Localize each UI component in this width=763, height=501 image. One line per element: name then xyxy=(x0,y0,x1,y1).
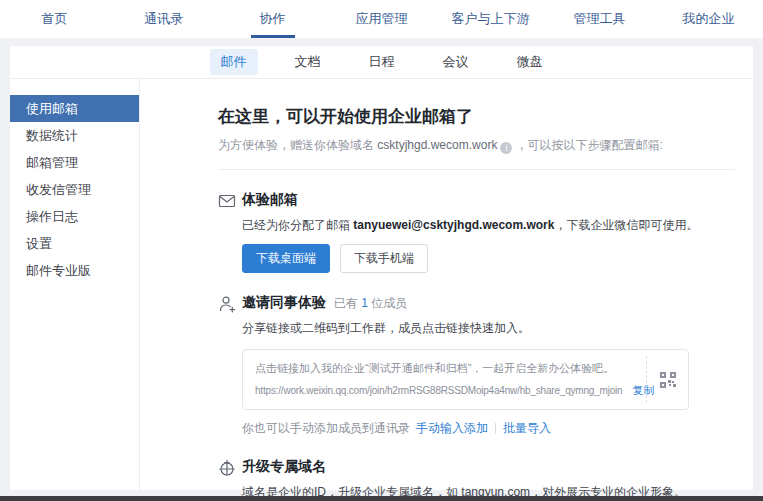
nav-item-tools[interactable]: 管理工具 xyxy=(545,0,654,38)
card-body: 使用邮箱 数据统计 邮箱管理 收发信管理 操作日志 设置 邮件专业版 在这里，可… xyxy=(10,79,753,490)
tab-meeting[interactable]: 会议 xyxy=(432,49,480,75)
tab-mail[interactable]: 邮件 xyxy=(210,49,258,75)
section-upgrade-domain: 升级专属域名 域名是企业的ID，升级企业专属域名，如 tangyun.com，对… xyxy=(218,458,735,501)
nav-item-home[interactable]: 首页 xyxy=(0,0,109,38)
download-mobile-button[interactable]: 下载手机端 xyxy=(340,244,428,273)
wecom-admin-page: 首页 通讯录 协作 应用管理 客户与上下游 管理工具 我的企业 邮件 文档 日程… xyxy=(0,0,763,501)
nav-item-contacts[interactable]: 通讯录 xyxy=(109,0,218,38)
manual-add-text: 你也可以手动添加成员到通讯录 xyxy=(242,420,410,437)
window-bottom-edge xyxy=(0,496,763,501)
share-link-text: 点击链接加入我的企业“测试开通邮件和归档”，一起开启全新办公体验吧。 https… xyxy=(243,350,646,409)
section-trial-mailbox: 体验邮箱 已经为你分配了邮箱 tanyuewei@csktyjhgd.wecom… xyxy=(218,191,735,273)
collaboration-tabs: 邮件 文档 日程 会议 微盘 xyxy=(10,46,753,79)
share-link-box: 点击链接加入我的企业“测试开通邮件和归档”，一起开启全新办公体验吧。 https… xyxy=(242,349,689,410)
sidebar-item-mailbox-management[interactable]: 邮箱管理 xyxy=(10,149,139,176)
trial-mailbox-desc: 已经为你分配了邮箱 tanyuewei@csktyjhgd.wecom.work… xyxy=(242,217,735,234)
page-subtitle: 为方便体验，赠送你体验域名 csktyjhgd.wecom.worki，可以按以… xyxy=(218,137,735,154)
member-count-note: 已有 1 位成员 xyxy=(334,295,407,312)
page-title: 在这里，可以开始使用企业邮箱了 xyxy=(218,105,735,128)
section-invite: 邀请同事体验 已有 1 位成员 分享链接或二维码到工作群，成员点击链接快速加入。… xyxy=(218,294,735,437)
content-card: 邮件 文档 日程 会议 微盘 使用邮箱 数据统计 邮箱管理 收发信管理 操作日志… xyxy=(10,46,753,490)
qr-code-icon[interactable] xyxy=(646,356,688,403)
envelope-icon xyxy=(218,191,242,273)
sidebar-item-settings[interactable]: 设置 xyxy=(10,230,139,257)
tab-drive[interactable]: 微盘 xyxy=(506,49,554,75)
invite-title: 邀请同事体验 xyxy=(242,294,326,312)
divider xyxy=(218,169,735,170)
tab-schedule[interactable]: 日程 xyxy=(358,49,406,75)
domain-globe-icon xyxy=(218,458,242,501)
invite-desc: 分享链接或二维码到工作群，成员点击链接快速加入。 xyxy=(242,320,735,337)
download-desktop-button[interactable]: 下载桌面端 xyxy=(242,244,330,273)
tab-docs[interactable]: 文档 xyxy=(284,49,332,75)
nav-item-apps[interactable]: 应用管理 xyxy=(327,0,436,38)
link-divider xyxy=(495,423,496,434)
batch-import-link[interactable]: 批量导入 xyxy=(503,420,551,437)
invite-content: 邀请同事体验 已有 1 位成员 分享链接或二维码到工作群，成员点击链接快速加入。… xyxy=(242,294,735,437)
mail-sidebar: 使用邮箱 数据统计 邮箱管理 收发信管理 操作日志 设置 邮件专业版 xyxy=(10,79,140,490)
trial-domain: csktyjhgd.wecom.work xyxy=(377,138,497,152)
sidebar-item-use-mailbox[interactable]: 使用邮箱 xyxy=(10,95,139,122)
upgrade-domain-title: 升级专属域名 xyxy=(242,458,326,476)
nav-item-collaboration[interactable]: 协作 xyxy=(218,0,327,38)
trial-mailbox-content: 体验邮箱 已经为你分配了邮箱 tanyuewei@csktyjhgd.wecom… xyxy=(242,191,735,273)
manual-input-add-link[interactable]: 手动输入添加 xyxy=(416,420,488,437)
nav-item-my-company[interactable]: 我的企业 xyxy=(654,0,763,38)
member-note-suffix: 位成员 xyxy=(368,296,407,310)
member-note-prefix: 已有 xyxy=(334,296,361,310)
assigned-email: tanyuewei@csktyjhgd.wecom.work xyxy=(353,218,554,232)
mailbox-desc-suffix: ，下载企业微信即可使用。 xyxy=(554,218,698,232)
sidebar-item-send-receive[interactable]: 收发信管理 xyxy=(10,176,139,203)
subtitle-prefix: 为方便体验，赠送你体验域名 xyxy=(218,138,377,152)
main-content: 在这里，可以开始使用企业邮箱了 为方便体验，赠送你体验域名 csktyjhgd.… xyxy=(140,79,753,490)
info-icon[interactable]: i xyxy=(500,142,512,154)
nav-item-customers[interactable]: 客户与上下游 xyxy=(436,0,545,38)
sidebar-item-statistics[interactable]: 数据统计 xyxy=(10,122,139,149)
manual-add-row: 你也可以手动添加成员到通讯录 手动输入添加 批量导入 xyxy=(242,420,735,437)
sidebar-item-mail-pro[interactable]: 邮件专业版 xyxy=(10,257,139,284)
subtitle-suffix: ，可以按以下步骤配置邮箱: xyxy=(515,138,662,152)
upgrade-domain-content: 升级专属域名 域名是企业的ID，升级企业专属域名，如 tangyun.com，对… xyxy=(242,458,735,501)
mailbox-desc-prefix: 已经为你分配了邮箱 xyxy=(242,218,353,232)
share-url: https://work.weixin.qq.com/join/h2rmRSG8… xyxy=(255,385,622,396)
trial-mailbox-title: 体验邮箱 xyxy=(242,191,298,209)
sidebar-item-operation-log[interactable]: 操作日志 xyxy=(10,203,139,230)
invite-member-icon xyxy=(218,294,242,437)
top-navigation: 首页 通讯录 协作 应用管理 客户与上下游 管理工具 我的企业 xyxy=(0,0,763,38)
share-invitation-text: 点击链接加入我的企业“测试开通邮件和归档”，一起开启全新办公体验吧。 xyxy=(255,361,634,376)
